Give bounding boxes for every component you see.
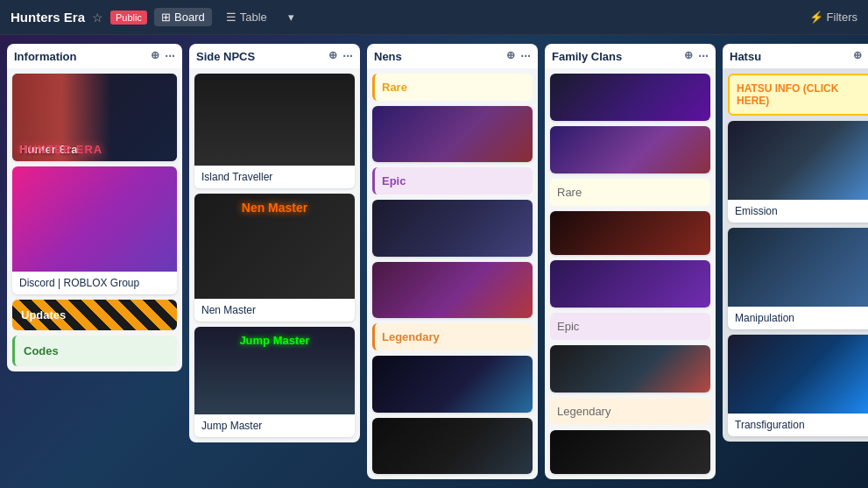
add-card-icon-3[interactable]: ⊕ bbox=[506, 49, 515, 63]
card-label-emission: Emission bbox=[728, 200, 868, 223]
column-title-information: Information bbox=[14, 50, 77, 63]
more-icon-4[interactable]: ··· bbox=[698, 49, 709, 63]
hunter-era-label: Hunter Era bbox=[19, 143, 77, 156]
card-island-traveller[interactable]: Island Traveller bbox=[194, 74, 355, 188]
app-title: Hunters Era bbox=[11, 10, 85, 25]
column-hatsu: Hatsu ⊕ ··· HATSU INFO (CLICK HERE) Emis… bbox=[723, 44, 868, 479]
add-card-icon[interactable]: ⊕ bbox=[151, 49, 159, 63]
card-transfiguration[interactable]: Transfiguration bbox=[728, 335, 868, 436]
column-nens: Nens ⊕ ··· Rare Uvogin Epic Kurapika His… bbox=[367, 44, 538, 479]
card-image-bellam bbox=[550, 74, 710, 121]
card-emission[interactable]: Emission bbox=[728, 121, 868, 223]
card-image-netero bbox=[550, 345, 710, 393]
column-header-family-clans: Family Clans ⊕ ··· bbox=[545, 44, 716, 68]
filter-icon: ⚡ bbox=[809, 11, 823, 24]
card-image-emission bbox=[728, 121, 868, 200]
column-title-hatsu: Hatsu bbox=[730, 50, 761, 63]
column-information: Information ⊕ ··· Hunter Era Discord | R… bbox=[7, 44, 182, 479]
more-icon-3[interactable]: ··· bbox=[520, 49, 531, 63]
card-killua[interactable]: Killua bbox=[372, 356, 533, 412]
card-image-island bbox=[194, 74, 355, 166]
column-actions-information: ⊕ ··· bbox=[151, 49, 175, 63]
card-uvogin[interactable]: Uvogin bbox=[372, 106, 533, 162]
codes-label: Codes bbox=[24, 344, 59, 357]
card-rarity-rare[interactable]: Rare bbox=[372, 74, 533, 101]
more-icon-2[interactable]: ··· bbox=[342, 49, 353, 63]
table-btn[interactable]: ☰ Table bbox=[219, 8, 274, 26]
board-icon: ⊞ bbox=[161, 11, 171, 24]
card-image-manipulation bbox=[728, 228, 868, 307]
card-rarity-legendary[interactable]: Legendary bbox=[372, 323, 533, 350]
card-zoldyck[interactable]: Zoldyck bbox=[550, 430, 710, 474]
card-updates[interactable]: Updates bbox=[12, 300, 177, 330]
star-icon[interactable]: ☆ bbox=[92, 11, 103, 25]
card-ryodan[interactable]: Ryodan bbox=[550, 126, 710, 173]
card-codes[interactable]: Codes bbox=[12, 336, 177, 366]
column-body-family-clans: Bellam Ryodan Rare Krueger Paradinight E… bbox=[545, 68, 716, 479]
column-body-nens: Rare Uvogin Epic Kurapika Hisoka Legenda… bbox=[367, 68, 538, 479]
card-image-hisoka bbox=[372, 262, 533, 318]
card-hisoka[interactable]: Hisoka bbox=[372, 262, 533, 318]
card-discord[interactable]: Discord | ROBLOX Group bbox=[12, 166, 177, 294]
expand-btn[interactable]: ▾ bbox=[281, 8, 301, 26]
card-label-discord: Discord | ROBLOX Group bbox=[12, 272, 177, 294]
card-image-krueger bbox=[550, 211, 710, 255]
card-image-discord bbox=[12, 166, 177, 272]
card-label-nen-master: Nen Master bbox=[194, 299, 355, 322]
column-actions-side-npcs: ⊕ ··· bbox=[328, 49, 353, 63]
card-image-gon bbox=[372, 418, 533, 474]
card-rarity-rare-fc[interactable]: Rare bbox=[550, 179, 710, 206]
card-rarity-legendary-fc[interactable]: Legendary bbox=[550, 398, 710, 425]
filter-btn[interactable]: ⚡ Filters bbox=[809, 11, 857, 24]
column-actions-nens: ⊕ ··· bbox=[506, 49, 531, 63]
card-label-island: Island Traveller bbox=[194, 166, 355, 188]
card-label-jump-master: Jump Master bbox=[194, 414, 355, 437]
add-card-icon-4[interactable]: ⊕ bbox=[684, 49, 693, 63]
column-body-information: Hunter Era Discord | ROBLOX Group Update… bbox=[7, 68, 182, 371]
card-image-killua bbox=[372, 356, 533, 412]
column-header-information: Information ⊕ ··· bbox=[7, 44, 182, 68]
column-body-hatsu: HATSU INFO (CLICK HERE) Emission Manipul… bbox=[723, 68, 868, 442]
card-gon[interactable]: Gon bbox=[372, 418, 533, 474]
card-paradinight[interactable]: Paradinight bbox=[550, 260, 710, 308]
column-actions-hatsu: ⊕ ··· bbox=[853, 49, 868, 63]
add-card-icon-2[interactable]: ⊕ bbox=[328, 49, 337, 63]
column-title-family-clans: Family Clans bbox=[552, 50, 622, 63]
column-family-clans: Family Clans ⊕ ··· Bellam Ryodan Rare Kr… bbox=[545, 44, 716, 479]
card-rarity-epic-fc[interactable]: Epic bbox=[550, 313, 710, 340]
card-image-zoldyck bbox=[550, 430, 710, 474]
navbar: Hunters Era ☆ Public ⊞ Board ☰ Table ▾ ⚡… bbox=[0, 0, 868, 35]
table-icon: ☰ bbox=[226, 11, 236, 24]
card-hunter-era[interactable]: Hunter Era bbox=[12, 74, 177, 161]
card-image-nen-master bbox=[194, 194, 355, 299]
card-label-transfiguration: Transfiguration bbox=[728, 414, 868, 436]
card-jump-master[interactable]: Jump Master bbox=[194, 327, 355, 437]
card-image-paradinight bbox=[550, 260, 710, 308]
card-netero[interactable]: Netero bbox=[550, 345, 710, 393]
card-image-hunter-era: Hunter Era bbox=[12, 74, 177, 161]
column-side-npcs: Side NPCS ⊕ ··· Island Traveller Nen Mas… bbox=[189, 44, 360, 479]
column-header-nens: Nens ⊕ ··· bbox=[367, 44, 538, 68]
card-bellam[interactable]: Bellam bbox=[550, 74, 710, 121]
card-image-transfiguration bbox=[728, 335, 868, 414]
column-body-side-npcs: Island Traveller Nen Master Jump Master bbox=[189, 68, 360, 442]
card-image-jump-master bbox=[194, 327, 355, 414]
visibility-badge: Public bbox=[110, 11, 147, 25]
column-title-nens: Nens bbox=[374, 50, 402, 63]
card-label-manipulation: Manipulation bbox=[728, 307, 868, 329]
card-manipulation[interactable]: Manipulation bbox=[728, 228, 868, 329]
board-area: Information ⊕ ··· Hunter Era Discord | R… bbox=[0, 35, 868, 488]
card-image-ryodan bbox=[550, 126, 710, 173]
card-hatsu-info[interactable]: HATSU INFO (CLICK HERE) bbox=[728, 74, 868, 116]
card-krueger[interactable]: Krueger bbox=[550, 211, 710, 255]
column-header-hatsu: Hatsu ⊕ ··· bbox=[723, 44, 868, 68]
board-btn[interactable]: ⊞ Board bbox=[154, 8, 212, 26]
column-title-side-npcs: Side NPCS bbox=[196, 50, 255, 63]
more-icon[interactable]: ··· bbox=[165, 49, 175, 63]
add-card-icon-5[interactable]: ⊕ bbox=[853, 49, 862, 63]
card-nen-master[interactable]: Nen Master bbox=[194, 194, 355, 322]
column-header-side-npcs: Side NPCS ⊕ ··· bbox=[189, 44, 360, 68]
card-rarity-epic[interactable]: Epic bbox=[372, 167, 533, 194]
column-actions-family-clans: ⊕ ··· bbox=[684, 49, 709, 63]
card-kurapika[interactable]: Kurapika bbox=[372, 200, 533, 256]
